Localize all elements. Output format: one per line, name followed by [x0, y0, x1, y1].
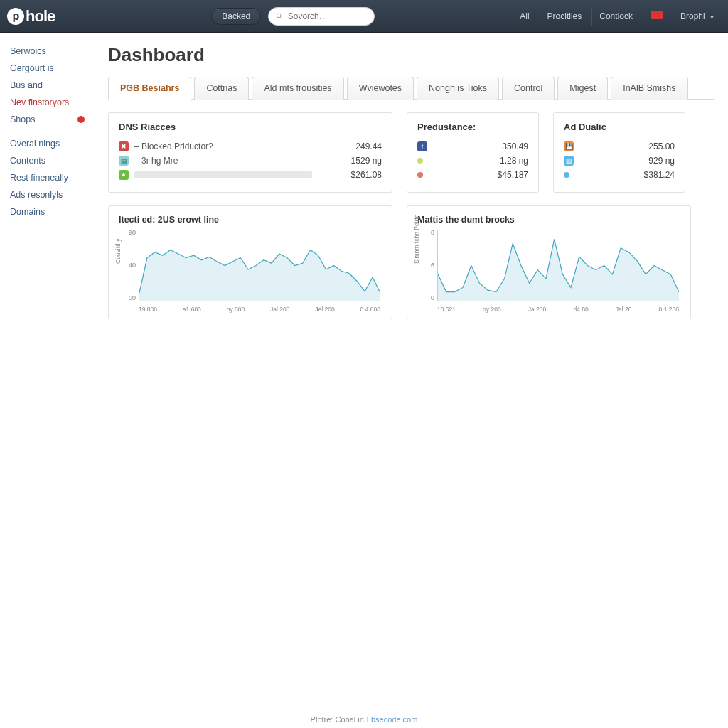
sidebar-item-busand[interactable]: Bus and: [0, 77, 95, 94]
dns-row-2: ▤ – 3r hg Mre 1529 ng: [119, 154, 382, 168]
tab-label: Ald mts frousities: [264, 83, 331, 93]
chart-plot: [139, 230, 380, 301]
sidebar: Serwoics Gergourt is Bus and Nev finstor…: [0, 33, 95, 710]
chart-plot: [437, 230, 679, 301]
user-menu[interactable]: Brophi ▾: [673, 7, 721, 26]
sidebar-item-restfin[interactable]: Rest fineneally: [0, 169, 95, 186]
row-value: 1.28 ng: [500, 156, 528, 166]
card-pred: Predustance: f350.49 1.28 ng $45.187: [407, 112, 539, 193]
chart-yticks: 8 6 0: [424, 229, 434, 301]
save-icon: 💾: [564, 141, 574, 151]
sidebar-item-shops[interactable]: Shops: [0, 111, 95, 128]
card-dns: DNS Riacces ✖ – Blocked Priductor? 249.4…: [108, 112, 392, 193]
ytick: 00: [126, 294, 136, 301]
sidebar-item-label: Ads resonlyls: [10, 190, 63, 200]
backed-button[interactable]: Backed: [211, 8, 261, 25]
row-value: 350.49: [502, 141, 528, 151]
search-icon: [276, 12, 283, 21]
xtick: Jal.20: [616, 306, 632, 313]
tabs: PGB Besiahrs Cottrias Ald mts frousities…: [108, 76, 714, 100]
sidebar-item-domains[interactable]: Domains: [0, 203, 95, 220]
sidebar-item-serwoics[interactable]: Serwoics: [0, 43, 95, 60]
tab-label: PGB Besiahrs: [120, 83, 179, 93]
search-input[interactable]: [288, 11, 368, 21]
tab-nongh[interactable]: Nongh is Tioks: [417, 77, 499, 100]
row-value: 249.44: [355, 141, 382, 151]
tab-wviewotes[interactable]: Wviewotes: [347, 77, 414, 100]
top-link-contlock[interactable]: Contlock: [592, 7, 640, 26]
ytick: 8: [424, 229, 434, 236]
top-notification[interactable]: [643, 6, 670, 26]
sidebar-item-label: Domains: [10, 207, 45, 217]
xtick: 0.4 800: [360, 306, 380, 313]
row-label: – 3r hg Mre: [134, 156, 178, 166]
svg-line-1: [281, 17, 283, 19]
chart-svg: [139, 230, 380, 301]
xtick: a1 600: [183, 306, 201, 313]
ytick: 90: [126, 229, 136, 236]
block-icon: ✖: [119, 141, 129, 151]
user-name: Brophi: [680, 11, 705, 21]
xtick: Ja 200: [528, 306, 547, 313]
alert-dot-icon: [77, 116, 85, 123]
chart-ylabel: Cousitthy: [114, 239, 122, 264]
pred-row-1: f350.49: [417, 139, 528, 154]
chart-yticks: 90 40 00: [126, 229, 136, 301]
row-value: $261.08: [351, 170, 382, 180]
sidebar-item-label: Gergourt is: [10, 63, 54, 73]
ok-icon: ●: [119, 170, 129, 180]
sidebar-item-label: Shops: [10, 114, 35, 124]
sidebar-item-label: Rest fineneally: [10, 173, 68, 183]
logo-icon: p: [7, 8, 24, 25]
sidebar-item-overal[interactable]: Overal nings: [0, 135, 95, 152]
card-title: Ad Dualic: [564, 122, 675, 132]
chart-icon: ▥: [564, 156, 574, 166]
xtick: Jal 200: [270, 306, 289, 313]
tab-label: Wviewotes: [359, 83, 402, 93]
card-title: Predustance:: [417, 122, 528, 132]
row-label: – Blocked Priductor?: [134, 141, 213, 151]
sidebar-item-contents[interactable]: Contents: [0, 152, 95, 169]
chart-title: Mattis the dumt brocks: [417, 215, 682, 225]
ytick: 40: [126, 262, 136, 269]
svg-point-0: [277, 14, 282, 18]
footer-link[interactable]: Lbsecode.com: [367, 715, 418, 724]
xtick: 19 800: [139, 306, 157, 313]
cards-row: DNS Riacces ✖ – Blocked Priductor? 249.4…: [108, 112, 714, 193]
sidebar-item-label: Overal nings: [10, 139, 60, 149]
xtick: 10 521: [437, 306, 456, 313]
card-ad: Ad Dualic 💾255.00 ▥929 ng $381.24: [553, 112, 685, 193]
xtick: Jel 200: [315, 306, 334, 313]
dot-icon: [564, 172, 569, 178]
top-link-all[interactable]: All: [513, 7, 536, 26]
page-title: Dashboard: [108, 44, 714, 66]
chart-ylabel: Slmnm tchn Pelrtn: [413, 215, 420, 264]
tab-label: Nongh is Tioks: [429, 83, 487, 93]
sidebar-item-adsres[interactable]: Ads resonlyls: [0, 186, 95, 203]
tab-cottrias[interactable]: Cottrias: [194, 77, 249, 100]
main: Dashboard PGB Besiahrs Cottrias Ald mts …: [95, 33, 728, 710]
facebook-icon: f: [417, 141, 427, 151]
sidebar-item-nevfin[interactable]: Nev finstoryors: [0, 94, 95, 111]
logo-text: hole: [26, 7, 55, 26]
chart-svg: [438, 230, 679, 301]
sidebar-item-gergourt[interactable]: Gergourt is: [0, 60, 95, 77]
ad-row-3: $381.24: [564, 168, 675, 182]
search-box[interactable]: [268, 7, 375, 26]
tab-label: Cottrias: [206, 83, 237, 93]
tab-label: Control: [514, 83, 542, 93]
sidebar-item-label: Serwoics: [10, 46, 46, 56]
row-value: $381.24: [644, 170, 675, 180]
tab-control[interactable]: Control: [502, 77, 555, 100]
tab-migest[interactable]: Migest: [557, 77, 608, 100]
xtick: oy 200: [483, 306, 501, 313]
tab-inalb[interactable]: InAlB Smishs: [611, 77, 687, 100]
tab-pgb[interactable]: PGB Besiahrs: [108, 77, 191, 100]
top-link-procitlies[interactable]: Procitlies: [540, 7, 589, 26]
alert-badge-icon: [651, 11, 663, 19]
dns-row-1: ✖ – Blocked Priductor? 249.44: [119, 139, 382, 154]
topbar-right: All Procitlies Contlock Brophi ▾: [513, 6, 721, 26]
card-title: DNS Riacces: [119, 122, 382, 132]
dot-icon: [417, 172, 423, 178]
tab-aldmts[interactable]: Ald mts frousities: [252, 77, 343, 100]
